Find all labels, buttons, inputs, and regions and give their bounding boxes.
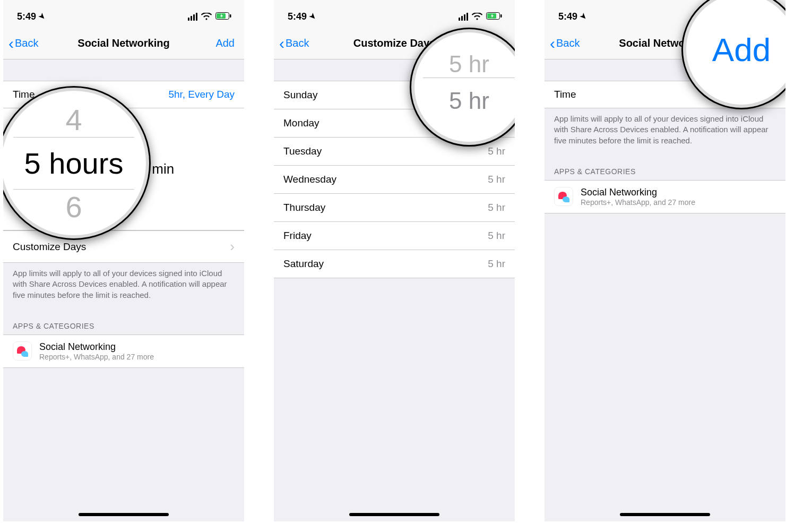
time-label: Time [554,89,576,100]
time-value: 5hr, Every Day [168,89,235,100]
apps-categories-header: APPS & CATEGORIES [3,311,244,335]
back-label: Back [15,37,38,49]
svg-rect-5 [500,14,502,18]
customize-days-row[interactable]: Customize Days [3,230,244,263]
apps-categories-header: APPS & CATEGORIES [545,157,785,180]
category-name: Social Networking [39,341,154,353]
footnote: App limits will apply to all of your dev… [3,263,244,311]
category-row[interactable]: Social Networking Reports+, WhatsApp, an… [545,180,785,213]
footnote: App limits will apply to all of your dev… [545,108,785,157]
category-row[interactable]: Social Networking Reports+, WhatsApp, an… [3,335,244,368]
phone-screen-1: 5:49 ➤ ‹ Back Social Networking Add Time… [3,0,244,521]
nav-bar: ‹ Back Social Networking Add [3,28,244,59]
add-button[interactable]: Add [215,28,235,59]
day-row-saturday[interactable]: Saturday5 hr [274,250,515,278]
status-time: 5:49 [558,11,577,22]
cellular-icon [459,13,468,21]
nav-title: Customize Days [353,37,436,49]
phone-screen-3: 5:49 ➤ ‹ Back Social Networking Add Time… [545,0,785,521]
back-button[interactable]: ‹ Back [279,28,309,59]
cellular-icon [188,13,197,21]
category-name: Social Networking [581,187,695,198]
nav-title: Social Networking [77,37,169,49]
home-indicator[interactable] [79,513,169,516]
customize-days-label: Customize Days [13,241,86,253]
day-row-thursday[interactable]: Thursday5 hr [274,194,515,222]
wifi-icon [201,13,212,20]
home-indicator[interactable] [620,513,710,516]
social-networking-icon [13,341,32,361]
status-bar: 5:49 ➤ [274,0,515,28]
back-button[interactable]: ‹ Back [550,28,580,59]
back-label: Back [556,37,580,49]
battery-icon [215,11,231,22]
back-label: Back [286,37,309,49]
social-networking-icon [554,187,573,206]
content: Time 5hr, Every Day App limits will appl… [545,59,785,521]
battery-icon [486,11,502,22]
status-time: 5:49 [288,11,307,22]
home-indicator[interactable] [349,513,439,516]
day-row-friday[interactable]: Friday5 hr [274,222,515,250]
wifi-icon [472,13,482,20]
category-sub: Reports+, WhatsApp, and 27 more [581,198,695,207]
svg-rect-2 [230,14,231,18]
location-icon: ➤ [308,11,318,22]
status-bar: 5:49 ➤ [3,0,244,28]
callout-time-picker: 4 5 hours 6 [3,86,151,240]
category-sub: Reports+, WhatsApp, and 27 more [39,353,154,361]
location-icon: ➤ [37,11,48,22]
location-icon: ➤ [578,11,589,22]
status-time: 5:49 [17,11,36,22]
phone-screen-2: 5:49 ➤ ‹ Back Customize Days Sunday5 hr … [274,0,515,521]
back-button[interactable]: ‹ Back [8,28,38,59]
day-row-wednesday[interactable]: Wednesday5 hr [274,166,515,194]
